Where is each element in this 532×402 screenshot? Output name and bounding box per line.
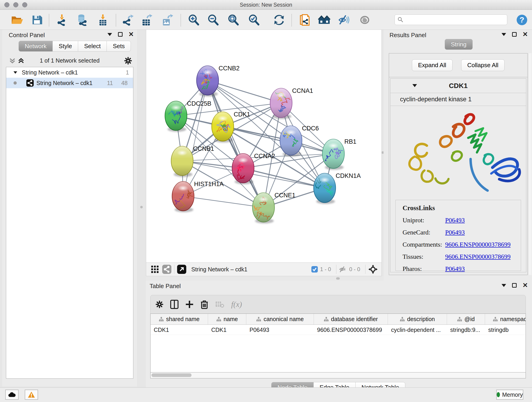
table-cell[interactable]: cyclin-dependent ... <box>388 325 447 335</box>
table-options-gear-icon[interactable] <box>156 300 163 308</box>
show-columns-icon[interactable] <box>170 300 178 309</box>
memory-button[interactable]: Memory <box>496 390 523 400</box>
table-cell[interactable]: stringdb <box>485 325 526 335</box>
tab-style[interactable]: Style <box>52 41 78 51</box>
column-header-3[interactable]: database identifier <box>314 314 388 325</box>
network-graph[interactable]: CCNB2CCNA1CDC25BCDK1CDC6RB1CCNB1CCNA2CDK… <box>146 30 381 262</box>
hide-selected-button[interactable] <box>337 13 352 27</box>
compartments-link[interactable]: 9606.ENSP00000378699 <box>445 241 510 248</box>
network-node-CCNA2[interactable] <box>232 153 254 184</box>
network-edge[interactable] <box>183 196 264 207</box>
warning-status-button[interactable] <box>25 390 38 400</box>
column-header-4[interactable]: description <box>388 314 447 325</box>
table-row[interactable]: CDK1CDK1P064939606.ENSP00000378699cyclin… <box>151 325 526 335</box>
splitter-handle[interactable] <box>336 277 340 280</box>
cdk1-section-header[interactable]: CDK1 <box>390 79 526 93</box>
first-neighbors-button[interactable] <box>297 13 312 27</box>
detach-view-icon[interactable] <box>177 265 186 274</box>
column-header-5[interactable]: @id <box>447 314 485 325</box>
string-protein-query-button[interactable] <box>317 13 332 27</box>
collapse-all-button[interactable]: Collapse All <box>461 59 505 71</box>
node-label-CDC6: CDC6 <box>302 125 319 132</box>
expand-all-button[interactable]: Expand All <box>412 59 452 71</box>
network-collection-row[interactable]: String Network – cdk1 1 <box>6 67 133 78</box>
add-column-icon[interactable] <box>185 300 194 308</box>
hidden-eye-icon <box>339 266 347 273</box>
houses-icon <box>318 15 331 25</box>
refresh-button[interactable] <box>272 13 287 27</box>
import-network-database-button[interactable] <box>74 13 89 27</box>
table-panel-title: Table Panel <box>150 283 181 290</box>
close-panel-icon[interactable]: ✕ <box>128 32 134 37</box>
genecard-link[interactable]: P06493 <box>445 229 465 236</box>
tree-expand-icon[interactable] <box>13 71 17 74</box>
collapse-panel-icon[interactable] <box>501 33 506 36</box>
export-network-button[interactable] <box>120 13 135 27</box>
table-cell[interactable]: CDK1 <box>208 325 246 335</box>
column-header-6[interactable]: namespace <box>485 314 526 325</box>
node-table[interactable]: shared namenamecanonical namedatabase id… <box>150 313 526 372</box>
scrollbar-thumb[interactable] <box>152 373 191 377</box>
zoom-selected-icon <box>248 14 260 26</box>
network-node-CDKN1A[interactable] <box>314 173 336 204</box>
zoom-fit-button[interactable] <box>226 13 241 27</box>
save-floppy-icon <box>32 15 42 25</box>
search-input[interactable] <box>404 17 502 23</box>
pharos-link[interactable]: P06493 <box>445 265 465 273</box>
zoom-out-button[interactable] <box>206 13 221 27</box>
network-canvas[interactable]: CCNB2CCNA1CDC25BCDK1CDC6RB1CCNB1CCNA2CDK… <box>146 30 382 262</box>
tab-sets[interactable]: Sets <box>107 41 131 51</box>
show-all-button[interactable] <box>357 13 372 27</box>
zoom-selected-button[interactable] <box>246 13 261 27</box>
cloud-status-button[interactable] <box>5 390 19 400</box>
uniprot-link[interactable]: P06493 <box>445 217 465 224</box>
float-panel-icon[interactable] <box>118 32 123 37</box>
network-node-HIST1H1A[interactable] <box>172 182 194 216</box>
network-row[interactable]: String Network – cdk1 11 48 <box>6 78 133 88</box>
column-header-1[interactable]: name <box>208 314 246 325</box>
collapse-panel-icon[interactable] <box>108 33 112 36</box>
search-field[interactable] <box>394 14 507 25</box>
help-button[interactable]: ? <box>514 13 530 27</box>
tab-string[interactable]: String <box>445 39 473 50</box>
table-cell[interactable]: stringdb:9... <box>447 325 485 335</box>
control-panel-title: Control Panel <box>9 32 45 39</box>
close-panel-icon[interactable]: ✕ <box>523 283 528 288</box>
float-panel-icon[interactable] <box>512 283 517 288</box>
table-cell[interactable]: P06493 <box>246 325 314 335</box>
table-horizontal-scrollbar[interactable] <box>150 372 526 378</box>
selected-checkbox-icon[interactable] <box>311 266 318 273</box>
save-session-button[interactable] <box>29 13 44 27</box>
column-header-0[interactable]: shared name <box>151 314 208 325</box>
import-network-file-button[interactable] <box>54 13 70 27</box>
vertical-splitter-handle[interactable] <box>140 206 143 208</box>
results-scrollbar[interactable] <box>528 53 532 275</box>
birds-eye-view-icon[interactable] <box>368 264 378 274</box>
network-node-CDC25B[interactable] <box>165 101 187 132</box>
tab-select[interactable]: Select <box>78 41 107 51</box>
tissues-link[interactable]: 9606.ENSP00000378699 <box>445 253 510 260</box>
column-header-2[interactable]: canonical name <box>246 314 314 325</box>
open-session-button[interactable] <box>9 13 25 27</box>
table-cell[interactable]: CDK1 <box>151 325 208 335</box>
options-gear-icon[interactable] <box>124 57 132 65</box>
zoom-in-button[interactable] <box>186 13 201 27</box>
close-panel-icon[interactable]: ✕ <box>523 32 528 37</box>
network-view-icon[interactable] <box>162 265 171 274</box>
table-cell[interactable]: 9606.ENSP00000378699 <box>314 325 388 335</box>
tab-network[interactable]: Network <box>19 41 53 51</box>
export-image-button[interactable] <box>160 13 175 27</box>
float-panel-icon[interactable] <box>512 32 517 37</box>
network-node-CCNB1[interactable] <box>171 146 193 177</box>
export-table-button[interactable] <box>139 13 154 27</box>
network-edge[interactable] <box>208 80 281 103</box>
network-node-CCNB2[interactable] <box>196 66 219 96</box>
grid-view-icon[interactable] <box>151 265 159 274</box>
delete-column-icon[interactable] <box>201 300 208 309</box>
section-collapse-icon[interactable] <box>412 84 417 87</box>
network-edge[interactable] <box>183 80 208 196</box>
import-table-file-button[interactable] <box>95 13 110 27</box>
network-edge[interactable] <box>208 80 264 207</box>
network-node-CCNE1[interactable] <box>253 193 274 223</box>
collapse-panel-icon[interactable] <box>501 284 506 287</box>
